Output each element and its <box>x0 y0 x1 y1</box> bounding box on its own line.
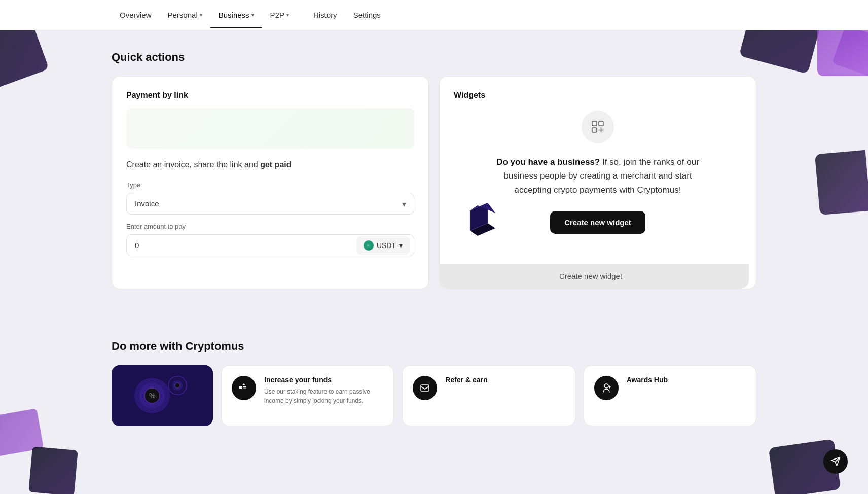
type-select[interactable]: Invoice <box>126 193 414 215</box>
amount-label: Enter amount to pay <box>126 223 414 230</box>
svg-text:%: % <box>149 392 155 400</box>
do-more-card-increase-funds: Increase your funds Use our staking feat… <box>221 365 394 426</box>
p2p-chevron-icon: ▾ <box>286 12 289 18</box>
refer-earn-title: Refer & earn <box>445 376 487 384</box>
refer-earn-icon <box>413 376 437 400</box>
svg-point-17 <box>175 383 180 388</box>
payment-by-link-card: Payment by link Create an invoice, share… <box>112 76 429 289</box>
type-label: Type <box>126 181 414 189</box>
widgets-card: Widgets Do you have a business? If so, j… <box>439 76 756 289</box>
nav-item-overview[interactable]: Overview <box>112 2 160 28</box>
personal-chevron-icon: ▾ <box>200 12 202 18</box>
awards-hub-text: Awards Hub <box>627 376 668 387</box>
nav-item-history[interactable]: History <box>305 2 345 28</box>
payment-card-title: Payment by link <box>126 91 414 100</box>
main-content: Quick actions Payment by link Create an … <box>0 30 868 340</box>
amount-input-wrapper: T USDT ▾ <box>126 234 414 256</box>
amount-form-group: Enter amount to pay T USDT ▾ <box>126 223 414 256</box>
svg-rect-3 <box>592 128 597 132</box>
quick-actions-grid: Payment by link Create an invoice, share… <box>112 76 756 289</box>
do-more-section: Do more with Cryptomus % <box>0 340 868 446</box>
do-more-card-refer-earn: Refer & earn <box>402 365 575 426</box>
send-button[interactable] <box>823 449 848 474</box>
awards-hub-icon <box>594 376 619 400</box>
increase-funds-title: Increase your funds <box>264 376 383 384</box>
invoice-description: Create an invoice, share the link and ge… <box>126 159 414 171</box>
nav-item-settings[interactable]: Settings <box>345 2 389 28</box>
nav-item-business[interactable]: Business ▾ <box>210 2 262 28</box>
increase-funds-text: Increase your funds Use our staking feat… <box>264 376 383 405</box>
widget-icon-circle <box>582 111 614 143</box>
usdt-icon: T <box>364 240 374 251</box>
quick-actions-title: Quick actions <box>112 51 756 64</box>
widgets-card-title: Widgets <box>454 91 742 100</box>
svg-rect-1 <box>592 121 597 126</box>
amount-input[interactable] <box>127 235 356 256</box>
type-select-wrapper: Invoice ▾ <box>126 193 414 215</box>
business-chevron-icon: ▾ <box>251 12 254 18</box>
currency-chevron-icon: ▾ <box>399 241 403 250</box>
refer-earn-text: Refer & earn <box>445 376 487 387</box>
widgets-card-inner: Do you have a business? If so, join the … <box>454 101 742 264</box>
increase-funds-icon <box>232 376 256 400</box>
do-more-card-awards-hub: Awards Hub <box>584 365 756 426</box>
widget-bottom-bar[interactable]: Create new widget <box>439 264 749 289</box>
do-more-grid: % Increase your funds Use our staking fe… <box>112 365 756 426</box>
nav-item-p2p[interactable]: P2P ▾ <box>262 2 297 28</box>
increase-funds-description: Use our staking feature to earn passive … <box>264 387 383 405</box>
nav-item-personal[interactable]: Personal ▾ <box>160 2 210 28</box>
awards-hub-title: Awards Hub <box>627 376 668 384</box>
navbar: Overview Personal ▾ Business ▾ P2P ▾ His… <box>0 0 868 30</box>
do-more-title: Do more with Cryptomus <box>112 340 756 353</box>
create-widget-button[interactable]: Create new widget <box>550 211 645 234</box>
svg-rect-2 <box>599 121 603 126</box>
svg-point-21 <box>604 384 608 388</box>
type-form-group: Type Invoice ▾ <box>126 181 414 215</box>
widget-promo-text: Do you have a business? If so, join the … <box>491 155 704 197</box>
invoice-preview-image <box>126 108 414 149</box>
svg-rect-20 <box>421 385 429 391</box>
do-more-image-card: % <box>112 365 213 426</box>
currency-badge[interactable]: T USDT ▾ <box>356 236 410 255</box>
